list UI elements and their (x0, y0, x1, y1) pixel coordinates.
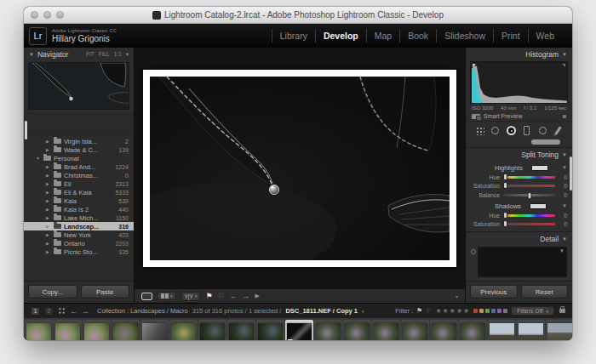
highlights-color-swatch[interactable] (531, 165, 548, 171)
filmstrip-thumb[interactable] (54, 320, 82, 340)
filmstrip-thumb[interactable] (25, 320, 53, 340)
filter-flag-pick-icon[interactable]: ⚑ (416, 307, 422, 315)
highlight-clipping-icon[interactable] (562, 64, 565, 67)
filter-flag-reject-icon[interactable]: ⚐ (426, 307, 432, 315)
collapse-triangle-icon[interactable]: ▼ (562, 52, 567, 57)
color-label-dot[interactable] (491, 309, 496, 313)
detail-preview[interactable]: ▼ (478, 247, 567, 277)
module-tab[interactable]: Print (493, 29, 528, 43)
filmstrip-thumb[interactable] (488, 320, 516, 340)
previous-photo-arrow-icon[interactable]: ← (230, 292, 238, 300)
adjustment-brush-button[interactable] (553, 125, 564, 136)
star-icon[interactable]: ★ (443, 307, 450, 315)
disclosure-triangle-icon[interactable]: ▶ (46, 198, 51, 203)
crop-tool-button[interactable] (474, 125, 485, 136)
paste-button[interactable]: Paste (81, 285, 130, 299)
filmstrip-thumb[interactable] (227, 320, 255, 340)
color-label-dot[interactable] (473, 309, 478, 313)
filmstrip-thumb[interactable] (256, 320, 284, 340)
disclosure-triangle-icon[interactable]: ▶ (46, 147, 51, 152)
color-label-dot[interactable] (485, 309, 490, 313)
filmstrip-filename-label[interactable]: DSC_1811.NEF / Copy 1 (285, 307, 358, 315)
main-window-button[interactable]: 1 (31, 307, 40, 316)
disclosure-triangle-icon[interactable]: ▶ (46, 224, 51, 229)
filmstrip-source-label[interactable]: Collection : Landscapes / Macro (97, 307, 188, 315)
right-panel-scrollbar[interactable] (570, 156, 572, 191)
color-label-dot[interactable] (479, 309, 484, 313)
star-icon[interactable]: ★ (463, 307, 470, 315)
filmstrip-thumb[interactable] (198, 320, 226, 340)
disclosure-triangle-icon[interactable]: ▶ (46, 139, 51, 144)
module-tab[interactable]: Slideshow (436, 29, 493, 43)
module-tab[interactable]: Library (272, 29, 315, 43)
before-after-button[interactable]: Y|Y ▾ (181, 292, 201, 301)
folder-row[interactable]: ▶ Eli & Kaia 5333 (24, 188, 134, 196)
filters-off-dropdown[interactable]: Filters Off ▾ (511, 306, 554, 316)
disclosure-triangle-icon[interactable]: ▶ (46, 207, 51, 212)
filmstrip-thumb[interactable] (517, 320, 545, 340)
folder-row[interactable]: ▶ Virgin Isla... 2 (24, 137, 134, 145)
collapse-triangle-icon[interactable]: ▼ (562, 152, 567, 157)
filmstrip-thumb[interactable] (372, 320, 400, 340)
red-eye-tool-button[interactable] (506, 125, 517, 136)
zoom-caret-icon[interactable]: ▾ (126, 51, 129, 58)
zoom-fill-option[interactable]: FILL (99, 51, 110, 58)
color-label-dot[interactable] (503, 309, 507, 313)
photo-frame[interactable] (143, 70, 456, 267)
folder-row[interactable]: ▶ Lake Mich... 1150 (24, 213, 134, 222)
filter-lock-icon[interactable] (559, 309, 565, 313)
folder-row[interactable]: ▶ Christmas... 0 (24, 171, 134, 179)
folder-row[interactable]: ▶ New York 403 (24, 230, 134, 239)
zoom-ratio-option[interactable]: 1:1 (114, 51, 122, 58)
shadows-hue-slider[interactable] (503, 214, 555, 217)
collapse-triangle-icon[interactable]: ▼ (29, 52, 34, 57)
go-back-arrow-icon[interactable]: ← (70, 307, 77, 316)
flag-reject-icon[interactable]: ⚐ (217, 292, 224, 300)
compare-view-button[interactable]: ▾ (158, 292, 176, 300)
folder-row[interactable]: ▶ Kaia Is 2 440 (24, 205, 134, 213)
next-photo-arrow-icon[interactable]: → (243, 292, 250, 300)
grid-view-icon[interactable] (58, 307, 66, 315)
shadows-saturation-slider[interactable] (503, 223, 555, 225)
detail-zoom-target-icon[interactable] (471, 249, 476, 254)
zoom-fit-option[interactable]: FIT (86, 51, 95, 58)
filmstrip-thumb[interactable] (546, 320, 572, 340)
toolbar-options-caret-icon[interactable]: ▾ (456, 293, 458, 299)
star-icon[interactable]: ★ (435, 307, 442, 315)
filmstrip-thumb[interactable] (459, 320, 487, 340)
disclosure-triangle-icon[interactable]: ▶ (46, 241, 51, 246)
disclosure-triangle-icon[interactable]: ▼ (36, 156, 41, 161)
folder-row[interactable]: ▶ Wade & C... 139 (24, 145, 134, 154)
highlights-saturation-slider[interactable] (503, 185, 555, 187)
disclosure-triangle-icon[interactable]: ▶ (46, 232, 51, 237)
filmstrip-thumb[interactable] (112, 320, 140, 340)
detail-header[interactable]: Detail ▼ (466, 232, 572, 246)
shadow-clipping-icon[interactable] (473, 64, 476, 67)
filmstrip-thumb[interactable] (169, 320, 198, 340)
second-window-button[interactable]: 2 (44, 307, 54, 316)
module-tab[interactable]: Develop (315, 29, 366, 43)
disclosure-triangle-icon[interactable]: ▶ (46, 173, 51, 178)
star-icon[interactable]: ★ (450, 307, 456, 315)
module-tab[interactable]: Book (399, 29, 436, 43)
highlights-hue-slider[interactable] (503, 176, 555, 179)
module-tab[interactable]: Map (366, 29, 399, 43)
filmstrip-thumb[interactable] (285, 320, 313, 340)
filter-color-labels[interactable] (473, 309, 507, 313)
previous-button[interactable]: Previous (470, 285, 518, 299)
filmstrip-thumb[interactable] (83, 320, 111, 340)
reset-button[interactable]: Reset (521, 285, 569, 299)
filmstrip-thumb[interactable] (314, 320, 342, 340)
loupe-view-icon[interactable] (141, 293, 152, 300)
tool-options-pill[interactable] (531, 139, 560, 145)
smart-preview-row[interactable]: Smart Preview (466, 111, 572, 122)
disclosure-triangle-icon[interactable]: ▶ (46, 190, 51, 195)
go-forward-arrow-icon[interactable]: → (82, 307, 89, 316)
filmstrip-thumb[interactable] (401, 320, 429, 340)
navigator-header[interactable]: ▼ Navigator FIT FILL 1:1 ▾ (24, 48, 134, 61)
slideshow-play-icon[interactable]: ▶ (255, 293, 260, 299)
color-label-dot[interactable] (497, 309, 501, 313)
disclosure-triangle-icon[interactable]: ▶ (46, 215, 51, 220)
filmstrip-thumb[interactable] (140, 320, 169, 340)
disclosure-triangle-icon[interactable]: ▶ (46, 249, 51, 254)
